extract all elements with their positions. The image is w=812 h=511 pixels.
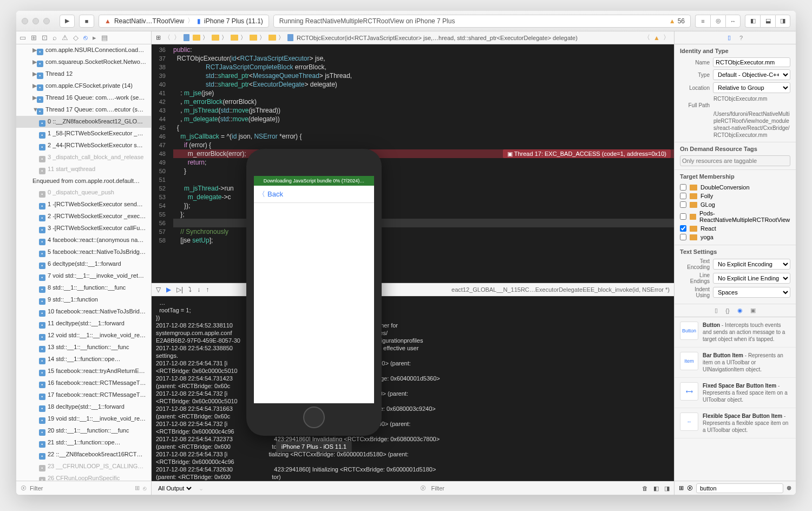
error-badge[interactable]: ▣ Thread 17: EXC_BAD_ACCESS (code=1, add… <box>503 149 671 158</box>
debug-nav-item[interactable]: ▪21 std::__1::function::ope… <box>16 437 151 449</box>
code-line[interactable]: RCTJavaScriptCompleteBlock errorBlock, <box>173 63 674 71</box>
debug-nav-item[interactable]: Enqueued from com.apple.root.default… <box>16 175 151 187</box>
toggle-inspector-button[interactable]: ◨ <box>775 15 790 28</box>
debug-nav-item[interactable]: ▶▪Thread 16 Queue: com.…-work (serial) <box>16 92 151 104</box>
code-line[interactable]: std::shared_ptr<ExecutorDelegate> delega… <box>173 80 674 89</box>
media-library-icon[interactable]: ▣ <box>750 307 756 314</box>
back-chevron-icon[interactable]: 〈 <box>258 189 265 199</box>
code-line[interactable]: std::shared_ptr<MessageQueueThread> jsTh… <box>173 71 674 80</box>
code-line[interactable]: public: <box>173 45 674 54</box>
step-out-icon[interactable]: ↑ <box>206 286 209 293</box>
target-checkbox[interactable] <box>680 234 686 240</box>
file-template-icon[interactable]: ▯ <box>715 307 718 314</box>
step-over-icon[interactable]: ⤵ <box>188 286 192 293</box>
warning-icon[interactable]: ▲ <box>653 34 660 42</box>
file-type-select[interactable]: Default - Objective-C++ S… <box>713 69 790 80</box>
search-nav-icon[interactable]: ⌕ <box>53 34 57 42</box>
code-line[interactable]: : m_jse(jse) <box>173 89 674 97</box>
toggle-navigator-button[interactable]: ◧ <box>745 15 760 28</box>
console-output[interactable]: … rootTag = 1; }) 2017-12-08 22:54:52.33… <box>152 297 674 481</box>
filter-crashed-icon[interactable]: ⎋ <box>143 485 147 492</box>
jump-bar-path[interactable]: RCTObjcExecutor(id<RCTJavaScriptExecutor… <box>297 35 640 41</box>
debug-nav-item[interactable]: ▪6 decltype(std::__1::forward <box>16 258 151 270</box>
assistant-editor-button[interactable]: ◎ <box>710 15 725 28</box>
standard-editor-button[interactable]: ≡ <box>695 15 710 28</box>
debug-nav-item[interactable]: ▪11 decltype(std::__1::forward <box>16 318 151 330</box>
debug-nav-item[interactable]: ▪13 std::__1::__function::__func <box>16 342 151 353</box>
breakpoint-nav-icon[interactable]: ▸ <box>93 34 96 42</box>
indent-select[interactable]: Spaces <box>713 287 790 298</box>
debug-location[interactable]: eact12_GLOBAL__N_115RC…ExecutorDelegateE… <box>451 286 670 293</box>
console-right-icon[interactable]: ◨ <box>664 484 670 492</box>
simulator-window[interactable]: Downloading JavaScript bundle 0% (7/2024… <box>246 149 382 436</box>
object-library-icon[interactable]: ◉ <box>737 307 743 314</box>
help-inspector-icon[interactable]: ? <box>739 35 743 41</box>
continue-icon[interactable]: ▷| <box>176 286 183 293</box>
file-name-input[interactable] <box>713 57 790 67</box>
find-nav-icon[interactable]: ⊡ <box>42 34 48 42</box>
navigator-filter-input[interactable] <box>30 485 132 492</box>
target-item[interactable]: GLog <box>680 200 790 209</box>
close-dot[interactable] <box>22 18 28 24</box>
source-editor[interactable]: 3637383940414243444546474849505152535455… <box>152 44 674 283</box>
debug-nav-item[interactable]: ▪22 ::__ZN8facebook5react16RCT… <box>16 449 151 461</box>
step-into-icon[interactable]: ↓ <box>197 286 200 293</box>
minimize-dot[interactable] <box>32 18 39 24</box>
breakpoints-icon[interactable]: ▶ <box>166 286 171 293</box>
debug-nav-item[interactable]: ▪1 _58-[RCTWebSocketExecutor _… <box>16 128 151 140</box>
target-item[interactable]: DoubleConversion <box>680 183 790 192</box>
encoding-select[interactable]: No Explicit Encoding <box>713 259 790 270</box>
code-snippet-icon[interactable]: {} <box>725 307 729 314</box>
console-filter-input[interactable] <box>431 485 637 492</box>
debug-nav-item[interactable]: ▪10 facebook::react::NativeToJsBridg… <box>16 306 151 318</box>
debug-nav-icon[interactable]: ⎋ <box>83 34 88 42</box>
code-line[interactable]: m_jsCallback = ^(id json, NSError *error… <box>173 132 674 141</box>
home-button[interactable] <box>303 407 325 428</box>
run-button[interactable]: ▶ <box>60 15 75 28</box>
code-line[interactable]: , m_errorBlock(errorBlock) <box>173 97 674 106</box>
library-item[interactable]: ⟷Fixed Space Bar Button Item - Represent… <box>675 378 796 408</box>
debug-nav-item[interactable]: ▪3 -[RCTWebSocketExecutor callFu… <box>16 222 151 234</box>
debug-nav-item[interactable]: ▪9 std::__1::function <box>16 294 151 306</box>
debug-nav-item[interactable]: ▪15 facebook::react::tryAndReturnE… <box>16 365 151 377</box>
debug-nav-item[interactable]: ▪23 __CFRUNLOOP_IS_CALLING_OU… <box>16 461 151 473</box>
debug-nav-item[interactable]: ▪20 std::__1::__function::__func <box>16 425 151 437</box>
target-checkbox[interactable] <box>680 225 686 232</box>
warning-count[interactable]: 56 <box>678 17 685 25</box>
debug-nav-item[interactable]: ▪16 facebook::react::RCTMessageT… <box>16 377 151 389</box>
toggle-debug-button[interactable]: ⬓ <box>760 15 775 28</box>
debug-nav-item[interactable]: ▪18 decltype(std::__1::forward <box>16 401 151 413</box>
debug-nav-item[interactable]: ▪2 _44-[RCTWebSocketExecutor s… <box>16 140 151 152</box>
debug-nav-item[interactable]: ▪0 _dispatch_queue_push <box>16 187 151 199</box>
debug-nav-item[interactable]: ▪14 std::__1::function::ope… <box>16 353 151 365</box>
code-line[interactable]: { <box>173 123 674 132</box>
code-line[interactable]: , m_jsThread(std::move(jsThread)) <box>173 106 674 115</box>
debug-nav-item[interactable]: ▼▪Thread 17 Queue: com.…ecutor (serial) <box>16 104 151 116</box>
hide-debug-icon[interactable]: ▽ <box>156 286 161 293</box>
debug-nav-item[interactable]: ▪7 void std::__1::__invoke_void_retur… <box>16 270 151 282</box>
debug-nav-item[interactable]: ▶▪com.squareup.SocketRocket.Network… <box>16 56 151 68</box>
code-line[interactable]: , m_delegate(std::move(delegate)) <box>173 115 674 123</box>
target-checkbox[interactable] <box>680 201 686 208</box>
debug-nav-item[interactable]: ▪5 facebook::react::NativeToJsBridg… <box>16 246 151 258</box>
target-checkbox[interactable] <box>680 184 686 191</box>
project-nav-icon[interactable]: ▭ <box>19 34 26 42</box>
target-item[interactable]: Folly <box>680 192 790 200</box>
back-button[interactable]: Back <box>267 190 283 198</box>
target-item[interactable]: yoga <box>680 233 790 241</box>
debug-nav-item[interactable]: ▪4 facebook::react::(anonymous na… <box>16 234 151 246</box>
scheme-selector[interactable]: ▲ ReactNativ…TRootView 〉 ▮ iPhone 7 Plus… <box>99 15 269 28</box>
console-output-select[interactable]: All Output <box>156 484 193 492</box>
target-checkbox[interactable] <box>680 193 686 199</box>
report-nav-icon[interactable]: ▤ <box>101 34 108 42</box>
library-item[interactable]: ButtonButton - Intercepts touch events a… <box>675 317 796 348</box>
debug-nav-item[interactable]: ▪19 void std::__1::__invoke_void_ret… <box>16 413 151 425</box>
related-items-icon[interactable]: ⊞ <box>156 34 161 41</box>
stop-button[interactable]: ■ <box>79 15 94 28</box>
debug-nav-item[interactable]: ▪17 facebook::react::RCTMessageT… <box>16 389 151 401</box>
debug-nav-item[interactable]: ▪2 -[RCTWebSocketExecutor _exec… <box>16 211 151 222</box>
debug-nav-item[interactable]: ▶▪com.apple.NSURLConnectionLoader (… <box>16 44 151 56</box>
version-editor-button[interactable]: ↔ <box>725 15 741 28</box>
debug-nav-item[interactable]: ▪11 start_wqthread <box>16 163 151 175</box>
symbol-nav-icon[interactable]: ⊞ <box>31 34 37 42</box>
